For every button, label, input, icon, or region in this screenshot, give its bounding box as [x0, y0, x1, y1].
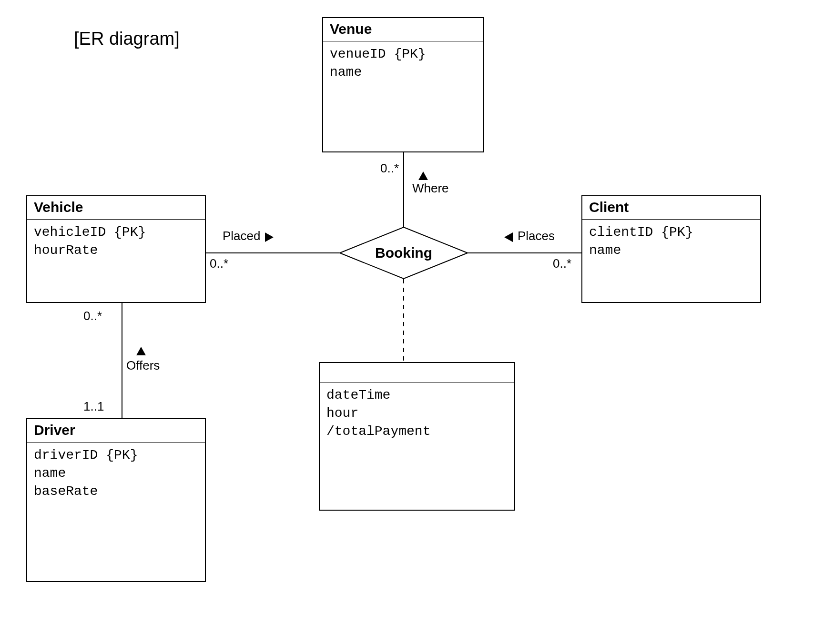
entity-vehicle-attrs: vehicleID {PK} hourRate: [27, 220, 205, 263]
relationship-booking: Booking: [339, 227, 468, 279]
assoc-where-mult: 0..*: [380, 161, 399, 176]
assoc-places-label: Places: [518, 229, 555, 243]
er-diagram-canvas: [ER diagram] Venue venueID {PK} name Veh…: [0, 0, 834, 644]
svg-marker-6: [265, 232, 274, 242]
entity-driver-name: Driver: [27, 419, 205, 443]
svg-marker-5: [418, 171, 428, 180]
svg-marker-7: [504, 232, 513, 242]
entity-client-attrs: clientID {PK} name: [582, 220, 760, 263]
entity-client-name: Client: [582, 196, 760, 220]
svg-marker-8: [136, 347, 146, 355]
entity-venue-attrs: venueID {PK} name: [323, 41, 483, 85]
assoc-offers-mult-top: 0..*: [83, 309, 102, 323]
entity-booking-attrs-name: [320, 363, 514, 382]
entity-booking-attrs: dateTime hour /totalPayment: [319, 362, 515, 511]
entity-driver: Driver driverID {PK} name baseRate: [26, 418, 206, 582]
entity-driver-attrs: driverID {PK} name baseRate: [27, 443, 205, 504]
assoc-placed-mult: 0..*: [210, 256, 228, 271]
assoc-offers-mult-bot: 1..1: [83, 399, 104, 414]
entity-booking-attrs-body: dateTime hour /totalPayment: [320, 382, 514, 444]
assoc-places-mult: 0..*: [553, 256, 571, 271]
entity-vehicle: Vehicle vehicleID {PK} hourRate: [26, 195, 206, 303]
entity-venue-name: Venue: [323, 18, 483, 41]
assoc-offers-label: Offers: [126, 358, 160, 373]
entity-vehicle-name: Vehicle: [27, 196, 205, 220]
entity-client: Client clientID {PK} name: [581, 195, 761, 303]
entity-venue: Venue venueID {PK} name: [322, 17, 484, 152]
assoc-placed-label: Placed: [223, 229, 261, 243]
assoc-where-label: Where: [412, 181, 449, 196]
relationship-booking-label: Booking: [339, 227, 468, 279]
